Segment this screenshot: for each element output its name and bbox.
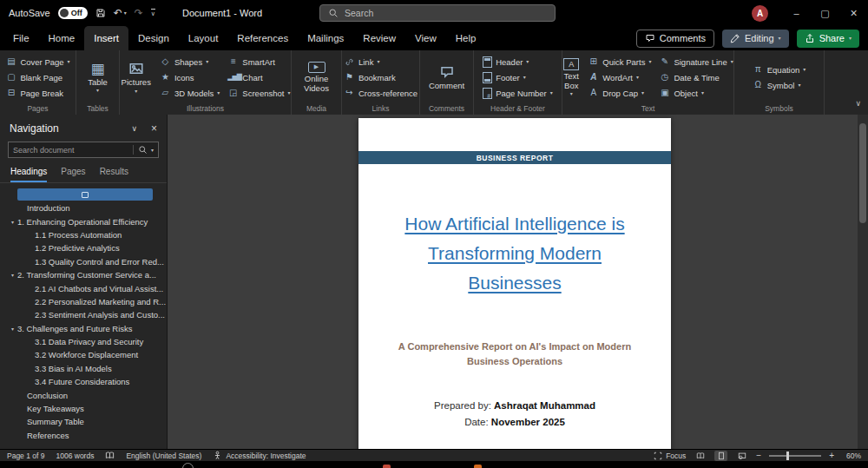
nav-heading-1-3[interactable]: 1.3 Quality Control and Error Red... — [0, 255, 167, 268]
save-button[interactable] — [95, 8, 106, 18]
tab-insert[interactable]: Insert — [84, 26, 128, 50]
taskbar-icon-fragment[interactable] — [383, 465, 391, 468]
vertical-scrollbar[interactable] — [858, 115, 868, 449]
print-layout-button[interactable] — [714, 451, 727, 461]
date-time-button[interactable]: ◷Date & Time — [656, 69, 735, 85]
focus-button[interactable]: Focus — [654, 452, 686, 460]
cover-page-button[interactable]: ▤Cover Page▾ — [3, 54, 72, 69]
tab-file[interactable]: File — [3, 26, 39, 50]
zoom-percentage[interactable]: 60% — [842, 452, 861, 460]
nav-tab-results[interactable]: Results — [100, 167, 128, 182]
editing-mode-button[interactable]: Editing ▾ — [722, 30, 789, 48]
nav-tab-pages[interactable]: Pages — [61, 167, 85, 182]
shapes-button[interactable]: ◇Shapes▾ — [157, 54, 222, 69]
collapse-triangle-icon[interactable]: ▾ — [11, 272, 14, 278]
scrollbar-thumb[interactable] — [859, 123, 866, 223]
table-button[interactable]: ▦Table▾ — [84, 61, 111, 94]
caret-down-icon[interactable]: ▾ — [151, 148, 154, 153]
chart-button[interactable]: ▂▅▇Chart — [225, 69, 293, 85]
close-button[interactable]: × — [839, 0, 868, 26]
3d-models-button[interactable]: ▱3D Models▾ — [157, 85, 222, 101]
navigation-close-icon[interactable]: × — [151, 122, 157, 135]
comments-button[interactable]: Comments — [636, 30, 714, 48]
accessibility-status[interactable]: Accessibility: Investigate — [213, 451, 306, 460]
zoom-slider[interactable] — [769, 451, 821, 461]
quick-parts-button[interactable]: ⊞Quick Parts▾ — [585, 54, 654, 69]
page-number-button[interactable]: Page Number▾ — [480, 85, 556, 101]
drop-cap-button[interactable]: ADrop Cap▾ — [585, 85, 654, 101]
page-indicator[interactable]: Page 1 of 9 — [7, 452, 44, 460]
word-count[interactable]: 1006 words — [56, 452, 94, 460]
nav-heading-1[interactable]: ▾1. Enhancing Operational Efficiency — [0, 214, 167, 227]
tab-mailings[interactable]: Mailings — [298, 26, 353, 50]
redo-button[interactable]: ↷ — [135, 7, 143, 19]
document-canvas[interactable]: BUSINESS REPORT How Artificial Intellige… — [168, 115, 868, 449]
page-break-button[interactable]: ⊟Page Break — [3, 85, 72, 101]
link-button[interactable]: Link▾ — [341, 54, 420, 69]
nav-heading-summary-table[interactable]: Summary Table — [0, 415, 167, 428]
minimize-button[interactable]: – — [782, 0, 811, 26]
signature-line-button[interactable]: ✎Signature Line▾ — [656, 54, 735, 69]
taskbar-icon-fragment[interactable] — [182, 463, 194, 468]
nav-heading-2[interactable]: ▾2. Transforming Customer Service a... — [0, 268, 167, 281]
nav-heading-conclusion[interactable]: Conclusion — [0, 388, 167, 401]
customize-quick-access-button[interactable]: ∨ — [151, 9, 155, 17]
nav-heading-2-3[interactable]: 2.3 Sentiment Analysis and Custo... — [0, 308, 167, 321]
tab-references[interactable]: References — [227, 26, 298, 50]
smartart-button[interactable]: ≡SmartArt — [225, 54, 293, 69]
maximize-button[interactable]: ▢ — [811, 0, 839, 26]
nav-heading-1-2[interactable]: 1.2 Predictive Analytics — [0, 241, 167, 254]
nav-heading-2-2[interactable]: 2.2 Personalized Marketing and R... — [0, 295, 167, 308]
taskbar-icon-fragment[interactable] — [474, 465, 482, 468]
zoom-slider-thumb[interactable] — [786, 452, 789, 460]
cross-reference-button[interactable]: ↪Cross-reference — [341, 85, 420, 101]
collapse-triangle-icon[interactable]: ▾ — [11, 219, 14, 225]
new-comment-button[interactable]: Comment — [425, 63, 468, 91]
nav-heading-2-1[interactable]: 2.1 AI Chatbots and Virtual Assist... — [0, 281, 167, 294]
blank-page-button[interactable]: ▢Blank Page — [3, 69, 72, 85]
footer-button[interactable]: Footer▾ — [480, 69, 556, 85]
icons-button[interactable]: ★Icons — [157, 69, 222, 85]
navigation-search-input[interactable]: Search document ▾ — [8, 142, 159, 158]
pictures-button[interactable]: Pictures▾ — [118, 60, 155, 94]
tab-review[interactable]: Review — [353, 26, 405, 50]
nav-heading-3-1[interactable]: 3.1 Data Privacy and Security — [0, 335, 167, 348]
web-layout-button[interactable] — [735, 451, 748, 461]
nav-heading-3-4[interactable]: 3.4 Future Considerations — [0, 375, 167, 388]
nav-tab-headings[interactable]: Headings — [10, 167, 47, 182]
equation-button[interactable]: πEquation▾ — [750, 62, 809, 77]
navigation-options-chevron[interactable]: ∨ — [131, 124, 137, 133]
nav-heading-3-3[interactable]: 3.3 Bias in AI Models — [0, 362, 167, 375]
zoom-in-button[interactable]: + — [829, 451, 834, 460]
undo-button[interactable]: ↶▾ — [114, 7, 127, 19]
collapse-triangle-icon[interactable]: ▾ — [11, 326, 14, 332]
symbol-button[interactable]: ΩSymbol▾ — [750, 77, 809, 93]
document-page[interactable]: BUSINESS REPORT How Artificial Intellige… — [358, 118, 671, 449]
autosave-toggle[interactable]: Off — [58, 7, 88, 19]
selected-heading-item[interactable] — [17, 188, 153, 201]
account-avatar[interactable]: A — [752, 5, 768, 22]
search-icon[interactable] — [138, 145, 148, 155]
zoom-out-button[interactable]: − — [756, 451, 761, 460]
tab-help[interactable]: Help — [446, 26, 486, 50]
proofing-status-button[interactable] — [105, 451, 115, 460]
wordart-button[interactable]: AWordArt▾ — [585, 69, 654, 85]
tab-layout[interactable]: Layout — [179, 26, 228, 50]
share-button[interactable]: Share ▾ — [797, 30, 859, 48]
nav-heading-3[interactable]: ▾3. Challenges and Future Risks — [0, 322, 167, 335]
header-button[interactable]: Header▾ — [480, 54, 556, 69]
object-button[interactable]: ▣Object▾ — [656, 85, 735, 101]
language-indicator[interactable]: English (United States) — [126, 452, 201, 460]
nav-heading-references[interactable]: References — [0, 429, 167, 442]
search-box[interactable]: Search — [319, 4, 556, 22]
read-mode-button[interactable] — [694, 451, 707, 461]
online-videos-button[interactable]: ▶Online Videos — [293, 61, 339, 95]
tab-view[interactable]: View — [405, 26, 446, 50]
bookmark-button[interactable]: ⚑Bookmark — [341, 69, 420, 85]
nav-heading-1-1[interactable]: 1.1 Process Automation — [0, 228, 167, 241]
nav-heading-introduction[interactable]: Introduction — [0, 201, 167, 214]
tab-home[interactable]: Home — [39, 26, 85, 50]
collapse-ribbon-chevron[interactable]: ∨ — [855, 99, 861, 108]
text-box-button[interactable]: Text Box▾ — [560, 57, 582, 98]
nav-heading-key-takeaways[interactable]: Key Takeaways — [0, 402, 167, 415]
